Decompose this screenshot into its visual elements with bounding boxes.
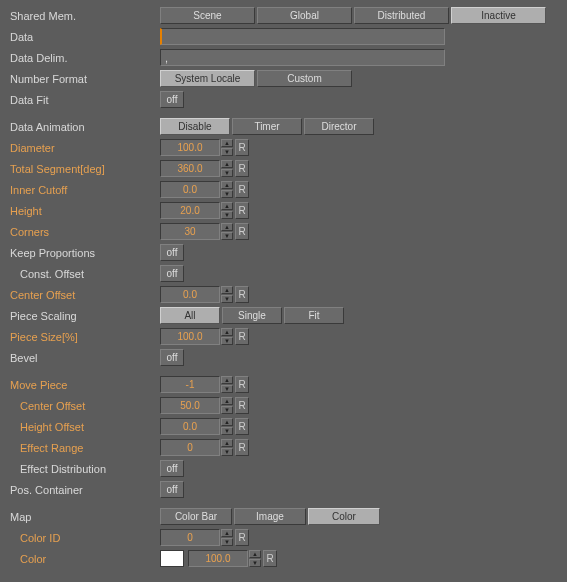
diameter-down[interactable]: ▼ (221, 148, 233, 156)
diameter-label: Diameter (10, 142, 160, 154)
total-segment-label: Total Segment[deg] (10, 163, 160, 175)
data-delim-input[interactable] (160, 49, 445, 66)
mp-effect-range-up[interactable]: ▲ (221, 439, 233, 447)
data-fit-label: Data Fit (10, 94, 160, 106)
piece-scaling-single[interactable]: Single (222, 307, 282, 324)
mp-effect-dist-label: Effect Distribution (10, 463, 160, 475)
color-id-reset[interactable]: R (235, 529, 249, 546)
mp-height-offset-value[interactable]: 0.0 (160, 418, 220, 435)
shared-mem-scene[interactable]: Scene (160, 7, 255, 24)
color-reset[interactable]: R (263, 550, 277, 567)
shared-mem-global[interactable]: Global (257, 7, 352, 24)
total-segment-reset[interactable]: R (235, 160, 249, 177)
color-id-down[interactable]: ▼ (221, 538, 233, 546)
map-color-bar[interactable]: Color Bar (160, 508, 232, 525)
center-offset-down[interactable]: ▼ (221, 295, 233, 303)
inner-cutoff-down[interactable]: ▼ (221, 190, 233, 198)
map-image[interactable]: Image (234, 508, 306, 525)
diameter-reset[interactable]: R (235, 139, 249, 156)
shared-mem-inactive[interactable]: Inactive (451, 7, 546, 24)
bevel-toggle[interactable]: off (160, 349, 184, 366)
diameter-spinner: 100.0 ▲ ▼ R (160, 139, 249, 156)
move-piece-down[interactable]: ▼ (221, 385, 233, 393)
data-input[interactable] (160, 28, 445, 45)
mp-effect-range-value[interactable]: 0 (160, 439, 220, 456)
diameter-value[interactable]: 100.0 (160, 139, 220, 156)
center-offset-reset[interactable]: R (235, 286, 249, 303)
piece-size-value[interactable]: 100.0 (160, 328, 220, 345)
color-label: Color (10, 553, 160, 565)
color-id-value[interactable]: 0 (160, 529, 220, 546)
move-piece-reset[interactable]: R (235, 376, 249, 393)
height-value[interactable]: 20.0 (160, 202, 220, 219)
pos-container-toggle[interactable]: off (160, 481, 184, 498)
mp-effect-dist-toggle[interactable]: off (160, 460, 184, 477)
data-label: Data (10, 31, 160, 43)
data-animation-label: Data Animation (10, 121, 160, 133)
const-offset-toggle[interactable]: off (160, 265, 184, 282)
corners-up[interactable]: ▲ (221, 223, 233, 231)
color-up[interactable]: ▲ (249, 550, 261, 558)
piece-scaling-fit[interactable]: Fit (284, 307, 344, 324)
map-color[interactable]: Color (308, 508, 380, 525)
number-format-system-locale[interactable]: System Locale (160, 70, 255, 87)
inner-cutoff-value[interactable]: 0.0 (160, 181, 220, 198)
number-format-label: Number Format (10, 73, 160, 85)
center-offset-value[interactable]: 0.0 (160, 286, 220, 303)
corners-label: Corners (10, 226, 160, 238)
center-offset-label: Center Offset (10, 289, 160, 301)
diameter-up[interactable]: ▲ (221, 139, 233, 147)
inner-cutoff-reset[interactable]: R (235, 181, 249, 198)
data-animation-director[interactable]: Director (304, 118, 374, 135)
color-swatch[interactable] (160, 550, 184, 567)
shared-mem-distributed[interactable]: Distributed (354, 7, 449, 24)
pos-container-label: Pos. Container (10, 484, 160, 496)
data-animation-disable[interactable]: Disable (160, 118, 230, 135)
center-offset-up[interactable]: ▲ (221, 286, 233, 294)
mp-effect-range-reset[interactable]: R (235, 439, 249, 456)
height-down[interactable]: ▼ (221, 211, 233, 219)
color-id-up[interactable]: ▲ (221, 529, 233, 537)
height-reset[interactable]: R (235, 202, 249, 219)
move-piece-value[interactable]: -1 (160, 376, 220, 393)
piece-size-down[interactable]: ▼ (221, 337, 233, 345)
mp-effect-range-label: Effect Range (10, 442, 160, 454)
piece-size-reset[interactable]: R (235, 328, 249, 345)
color-id-label: Color ID (10, 532, 160, 544)
inner-cutoff-up[interactable]: ▲ (221, 181, 233, 189)
move-piece-up[interactable]: ▲ (221, 376, 233, 384)
data-fit-toggle[interactable]: off (160, 91, 184, 108)
corners-down[interactable]: ▼ (221, 232, 233, 240)
bevel-label: Bevel (10, 352, 160, 364)
piece-size-label: Piece Size[%] (10, 331, 160, 343)
mp-height-offset-down[interactable]: ▼ (221, 427, 233, 435)
keep-proportions-toggle[interactable]: off (160, 244, 184, 261)
mp-effect-range-down[interactable]: ▼ (221, 448, 233, 456)
mp-center-offset-up[interactable]: ▲ (221, 397, 233, 405)
keep-proportions-label: Keep Proportions (10, 247, 160, 259)
piece-scaling-all[interactable]: All (160, 307, 220, 324)
piece-size-up[interactable]: ▲ (221, 328, 233, 336)
color-down[interactable]: ▼ (249, 559, 261, 567)
corners-reset[interactable]: R (235, 223, 249, 240)
mp-height-offset-up[interactable]: ▲ (221, 418, 233, 426)
shared-mem-group: Scene Global Distributed Inactive (160, 7, 546, 24)
height-label: Height (10, 205, 160, 217)
data-animation-timer[interactable]: Timer (232, 118, 302, 135)
mp-center-offset-down[interactable]: ▼ (221, 406, 233, 414)
total-segment-down[interactable]: ▼ (221, 169, 233, 177)
map-label: Map (10, 511, 160, 523)
total-segment-up[interactable]: ▲ (221, 160, 233, 168)
piece-scaling-label: Piece Scaling (10, 310, 160, 322)
mp-height-offset-reset[interactable]: R (235, 418, 249, 435)
shared-mem-label: Shared Mem. (10, 10, 160, 22)
height-up[interactable]: ▲ (221, 202, 233, 210)
corners-value[interactable]: 30 (160, 223, 220, 240)
inner-cutoff-label: Inner Cutoff (10, 184, 160, 196)
mp-height-offset-label: Height Offset (10, 421, 160, 433)
mp-center-offset-reset[interactable]: R (235, 397, 249, 414)
mp-center-offset-value[interactable]: 50.0 (160, 397, 220, 414)
number-format-custom[interactable]: Custom (257, 70, 352, 87)
total-segment-value[interactable]: 360.0 (160, 160, 220, 177)
color-value[interactable]: 100.0 (188, 550, 248, 567)
